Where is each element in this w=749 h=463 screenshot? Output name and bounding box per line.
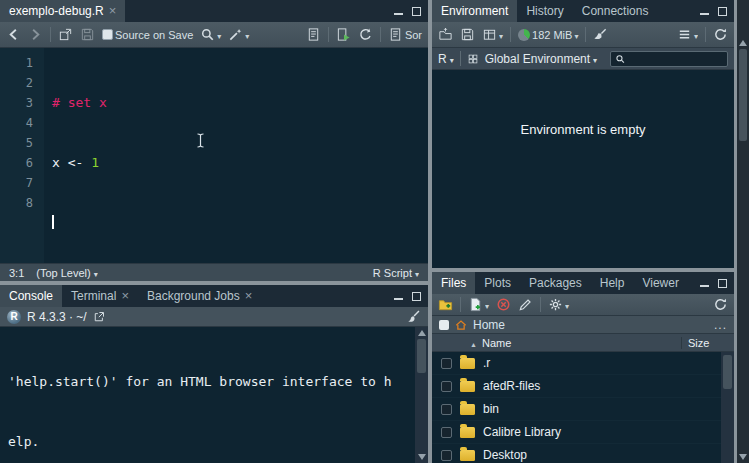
maximize-icon[interactable] — [718, 279, 727, 288]
source-on-save-checkbox[interactable] — [102, 29, 113, 40]
load-workspace-icon[interactable] — [438, 27, 453, 42]
refresh-icon[interactable] — [713, 27, 728, 42]
line-number-gutter: 1 2 3 4 5 6 7 8 — [0, 48, 44, 263]
maximize-icon[interactable] — [718, 7, 727, 16]
source-on-save-toggle[interactable]: Source on Save — [102, 29, 193, 41]
memory-gauge-icon — [518, 29, 530, 41]
close-icon[interactable] — [245, 289, 253, 303]
tab-plots[interactable]: Plots — [475, 272, 520, 294]
file-name[interactable]: bin — [483, 402, 499, 416]
tab-terminal[interactable]: Terminal — [62, 285, 138, 307]
files-toolbar — [432, 294, 734, 316]
name-column-header[interactable]: Name — [482, 337, 511, 349]
scrollbar-thumb[interactable] — [417, 339, 426, 373]
console-output[interactable]: 'help.start()' for an HTML browser inter… — [0, 327, 415, 463]
open-in-new-window-icon[interactable] — [58, 27, 73, 42]
row-checkbox[interactable] — [441, 358, 452, 369]
code-area[interactable]: # set x x <- 1 # set y y <- 'My humble t… — [44, 48, 428, 263]
minimize-icon[interactable] — [700, 8, 709, 15]
compile-report-icon[interactable] — [306, 27, 321, 42]
more-button[interactable] — [548, 297, 569, 312]
source-button[interactable]: Sor — [388, 27, 422, 42]
files-toolbar-right — [713, 297, 728, 312]
file-name[interactable]: Desktop — [483, 448, 527, 462]
file-name[interactable]: afedR-files — [483, 379, 540, 393]
row-checkbox[interactable] — [441, 427, 452, 438]
console-scrollbar[interactable] — [415, 327, 428, 463]
forward-icon[interactable] — [28, 27, 43, 42]
scrollbar-thumb[interactable] — [723, 355, 732, 389]
size-column-header[interactable]: Size — [681, 337, 727, 349]
scroll-up-icon[interactable] — [739, 40, 747, 46]
file-name[interactable]: Calibre Library — [483, 425, 561, 439]
files-breadcrumb: Home ... — [432, 316, 734, 334]
file-row[interactable]: .r — [432, 352, 721, 375]
file-row[interactable]: Desktop — [432, 444, 721, 463]
rename-icon[interactable] — [518, 297, 533, 312]
tab-help[interactable]: Help — [591, 272, 634, 294]
maximize-icon[interactable] — [412, 292, 421, 301]
row-checkbox[interactable] — [441, 450, 452, 461]
save-icon[interactable] — [80, 27, 95, 42]
select-checkbox[interactable] — [439, 320, 449, 330]
scroll-down-icon[interactable] — [739, 454, 747, 460]
environment-scope-selector[interactable]: Global Environment — [485, 52, 597, 66]
tab-viewer[interactable]: Viewer — [633, 272, 687, 294]
clear-workspace-broom-icon[interactable] — [593, 27, 608, 42]
file-type-selector[interactable]: R Script — [373, 267, 419, 279]
new-blank-file-button[interactable] — [468, 297, 489, 312]
tab-environment[interactable]: Environment — [432, 0, 517, 22]
rerun-icon[interactable] — [358, 27, 373, 42]
close-icon[interactable] — [109, 4, 117, 18]
delete-icon[interactable] — [496, 297, 511, 312]
language-selector[interactable]: R — [438, 52, 454, 66]
memory-usage-indicator[interactable]: 182 MiB — [518, 29, 578, 41]
clear-console-brush-icon[interactable] — [406, 309, 421, 324]
environment-empty-message: Environment is empty — [521, 122, 646, 137]
tab-connections[interactable]: Connections — [573, 0, 658, 22]
search-icon — [200, 27, 215, 42]
file-row[interactable]: bin — [432, 398, 721, 421]
tab-history[interactable]: History — [517, 0, 572, 22]
environment-search-input[interactable] — [629, 53, 724, 65]
environment-search[interactable] — [610, 51, 728, 67]
row-checkbox[interactable] — [441, 404, 452, 415]
file-name[interactable]: .r — [483, 356, 490, 370]
tab-packages[interactable]: Packages — [520, 272, 591, 294]
scroll-up-icon[interactable] — [418, 330, 426, 336]
tab-console[interactable]: Console — [0, 285, 62, 307]
minimize-icon[interactable] — [700, 280, 709, 287]
save-workspace-icon[interactable] — [460, 27, 475, 42]
source-button-label: Sor — [405, 29, 422, 41]
scroll-down-icon[interactable] — [418, 454, 426, 460]
file-row[interactable]: Calibre Library — [432, 421, 721, 444]
divider — [510, 27, 511, 42]
tab-files[interactable]: Files — [432, 272, 475, 294]
page-scrollbar[interactable] — [737, 0, 749, 463]
code-tools-button[interactable] — [228, 27, 249, 42]
code-editor[interactable]: 1 2 3 4 5 6 7 8 # set x x <- 1 # set y y… — [0, 48, 428, 263]
find-replace-button[interactable] — [200, 27, 221, 42]
list-view-button[interactable] — [677, 27, 698, 42]
open-in-new-window-icon[interactable] — [93, 311, 105, 323]
maximize-icon[interactable] — [412, 7, 421, 16]
files-scrollbar[interactable] — [721, 352, 734, 463]
tab-background-jobs[interactable]: Background Jobs — [138, 285, 261, 307]
breadcrumb-location[interactable]: Home — [473, 318, 505, 332]
file-row[interactable]: afedR-files — [432, 375, 721, 398]
run-icon[interactable] — [336, 27, 351, 42]
home-icon[interactable] — [455, 319, 467, 331]
close-icon[interactable] — [121, 289, 129, 303]
minimize-icon[interactable] — [394, 293, 403, 300]
new-folder-icon[interactable] — [438, 297, 453, 312]
scope-selector[interactable]: (Top Level) — [36, 267, 97, 279]
scrollbar-thumb[interactable] — [739, 49, 747, 141]
refresh-icon[interactable] — [713, 297, 728, 312]
minimize-icon[interactable] — [394, 8, 403, 15]
new-file-icon — [468, 297, 483, 312]
row-checkbox[interactable] — [441, 381, 452, 392]
import-dataset-button[interactable] — [482, 27, 503, 42]
breadcrumb-more-button[interactable]: ... — [714, 318, 727, 332]
back-icon[interactable] — [6, 27, 21, 42]
tab-source-file[interactable]: exemplo-debug.R — [0, 0, 125, 22]
